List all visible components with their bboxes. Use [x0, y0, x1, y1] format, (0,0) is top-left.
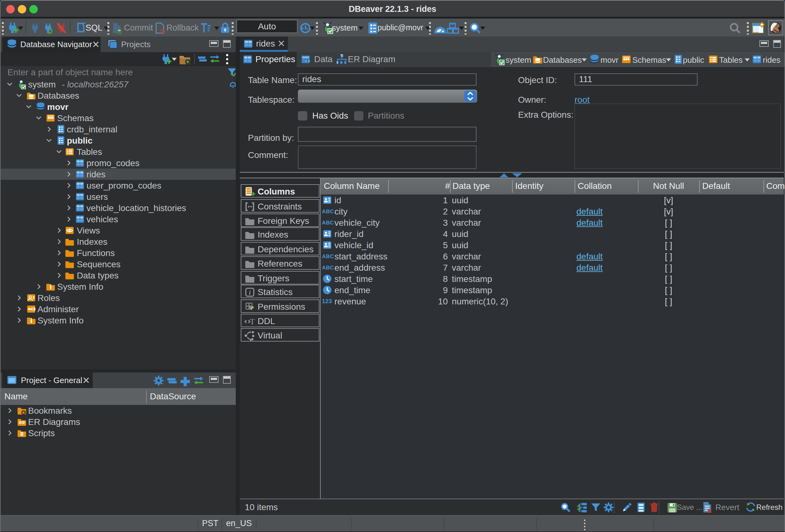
- svg-text:i: i: [249, 289, 251, 296]
- svg-text:T: T: [250, 318, 254, 326]
